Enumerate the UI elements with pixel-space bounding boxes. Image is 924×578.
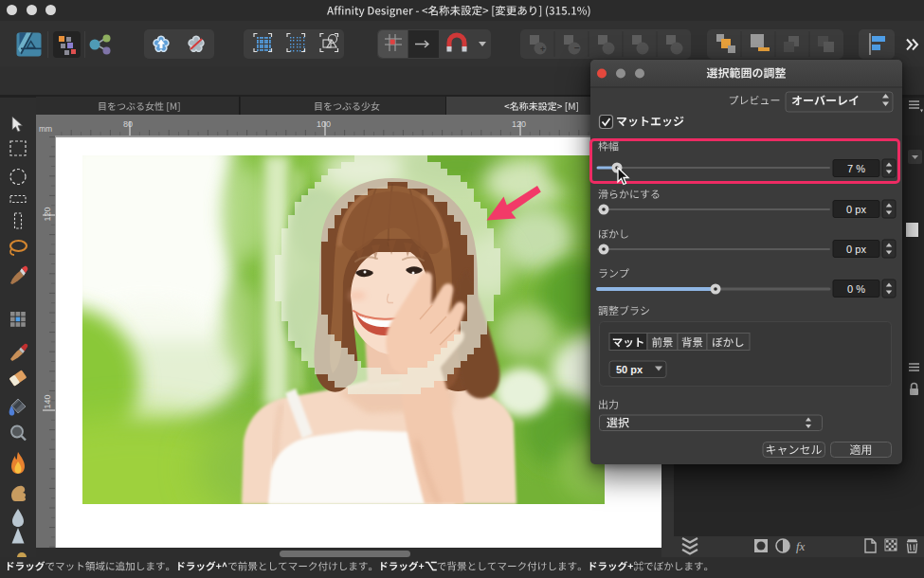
svg-text:0 %: 0 % [847, 283, 865, 295]
svg-text:50 px: 50 px [616, 364, 643, 375]
svg-text:0 px: 0 px [846, 244, 866, 255]
svg-text:0 px: 0 px [846, 204, 866, 215]
